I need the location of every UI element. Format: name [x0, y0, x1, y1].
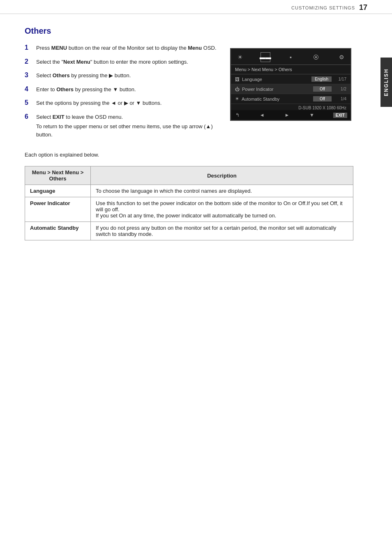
osd-screenshot: ☀ ▬▬ ▪ ⦿ ⚙ Menu > Next Menu > Others 🖼 L…	[230, 44, 353, 121]
page-number: 17	[359, 3, 367, 12]
osd-item-auto-standby: ☀ Automatic Standby Off 1/4	[231, 94, 350, 104]
instructions-column: 1 Press MENU button on the rear of the M…	[25, 44, 218, 144]
table-row-language: Language To choose the language in which…	[25, 185, 353, 197]
language-icon: 🖼	[235, 77, 240, 82]
power-icon: ⏻	[235, 87, 240, 92]
osd-item-language: 🖼 Language English 1/17	[231, 74, 350, 84]
osd-exit-btn[interactable]: EXIT	[333, 113, 347, 118]
osd-left-btn[interactable]: ◄	[258, 112, 266, 118]
step-number-1: 1	[25, 44, 32, 51]
section-title: Others	[25, 26, 353, 36]
osd-item-standby-right: Off 1/4	[313, 96, 346, 102]
osd-circle-icon: ⦿	[311, 52, 321, 62]
osd-item-power-right: Off 1/2	[313, 86, 346, 92]
osd-resolution: D-SUB 1920 X 1080 60Hz	[231, 104, 350, 110]
standby-icon: ☀	[235, 96, 239, 102]
main-content: Others 1 Press MENU button on the rear o…	[0, 14, 378, 253]
step-number-6: 6	[25, 113, 32, 120]
osd-item-power-indicator: ⏻ Power Indicator Off 1/2	[231, 84, 350, 94]
osd-nav-bar: ↰ ◄ ► ▼ EXIT	[231, 110, 350, 120]
osd-square-icon: ▪	[286, 52, 296, 62]
step-text-3: Select Others by pressing the ▶ button.	[36, 72, 131, 80]
step-2: 2 Select the "Next Menu" button to enter…	[25, 58, 218, 66]
osd-item-power-label: ⏻ Power Indicator	[235, 87, 273, 92]
steps-list: 1 Press MENU button on the rear of the M…	[25, 44, 218, 138]
osd-breadcrumb: Menu > Next Menu > Others	[231, 65, 350, 74]
step-text-5: Set the options by pressing the ◄ or ▶ o…	[36, 99, 161, 107]
table-row-language-desc: To choose the language in which the cont…	[91, 185, 353, 197]
osd-back-btn[interactable]: ↰	[234, 112, 241, 118]
osd-settings-icon: ⚙	[337, 52, 346, 62]
step-3: 3 Select Others by pressing the ▶ button…	[25, 72, 218, 80]
step-5: 5 Set the options by pressing the ◄ or ▶…	[25, 99, 218, 107]
table-row-standby-label: Automatic Standby	[25, 222, 91, 240]
osd-item-language-label: 🖼 Language	[235, 77, 262, 82]
step-number-5: 5	[25, 99, 32, 106]
osd-right-btn[interactable]: ►	[283, 112, 291, 118]
osd-item-language-right: English 1/17	[311, 76, 346, 82]
step-text-6: Select EXIT to leave the OSD menu. To re…	[36, 113, 218, 139]
step-6: 6 Select EXIT to leave the OSD menu. To …	[25, 113, 218, 139]
osd-screen-icon: ▬▬	[261, 52, 270, 62]
language-side-tab: ENGLISH	[380, 58, 392, 107]
table-row-standby-desc: If you do not press any button on the mo…	[91, 222, 353, 240]
osd-standby-value: Off	[313, 96, 332, 102]
osd-language-counter: 1/17	[335, 77, 346, 81]
top-header: CUSTOMIZING SETTINGS 17	[0, 0, 392, 14]
table-row-power-indicator: Power Indicator Use this function to set…	[25, 197, 353, 222]
osd-standby-counter: 1/4	[335, 97, 346, 101]
section-label: CUSTOMIZING SETTINGS	[291, 5, 355, 10]
step-number-3: 3	[25, 72, 32, 79]
table-row-power-label: Power Indicator	[25, 197, 91, 222]
osd-power-counter: 1/2	[335, 87, 346, 91]
osd-item-standby-label: ☀ Automatic Standby	[235, 96, 279, 102]
table-row-power-desc: Use this function to set the power indic…	[91, 197, 353, 222]
step-4: 4 Enter to Others by pressing the ▼ butt…	[25, 85, 218, 94]
table-col2-header: Description	[91, 166, 353, 185]
step-text-4: Enter to Others by pressing the ▼ button…	[36, 85, 136, 94]
step-1: 1 Press MENU button on the rear of the M…	[25, 44, 218, 52]
step-text-2: Select the "Next Menu" button to enter t…	[36, 58, 188, 66]
table-row-language-label: Language	[25, 185, 91, 197]
osd-power-value: Off	[313, 86, 332, 92]
osd-icons-row: ☀ ▬▬ ▪ ⦿ ⚙	[231, 49, 350, 65]
each-option-note: Each option is explained below.	[25, 152, 353, 158]
osd-display: ☀ ▬▬ ▪ ⦿ ⚙ Menu > Next Menu > Others 🖼 L…	[230, 48, 351, 121]
step-number-2: 2	[25, 58, 32, 65]
table-row-auto-standby: Automatic Standby If you do not press an…	[25, 222, 353, 240]
osd-down-btn[interactable]: ▼	[308, 112, 316, 118]
step-text-1: Press MENU button on the rear of the Mon…	[36, 44, 217, 52]
osd-language-value: English	[311, 76, 332, 82]
menu-table: Menu > Next Menu > Others Description La…	[25, 166, 353, 240]
table-col1-header: Menu > Next Menu > Others	[25, 166, 91, 185]
two-col-layout: 1 Press MENU button on the rear of the M…	[25, 44, 353, 144]
step-number-4: 4	[25, 85, 32, 93]
osd-brightness-icon: ☀	[235, 52, 245, 62]
